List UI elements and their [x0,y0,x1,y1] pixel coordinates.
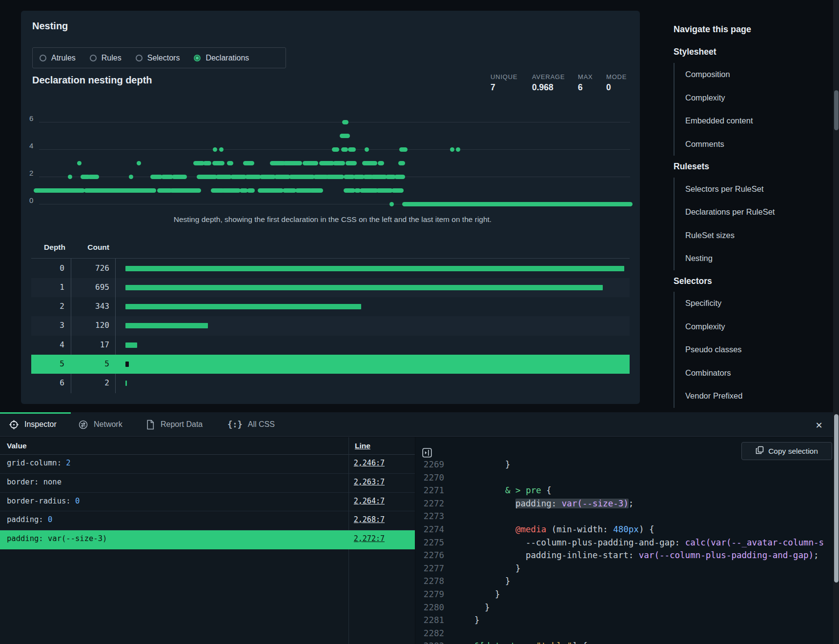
scatter-run-depth-3 [333,161,345,165]
line-link[interactable]: 2,268:7 [303,515,385,524]
declaration-text: border-radius: 0 [7,497,80,505]
tab-label: All CSS [248,420,275,429]
inspector-row[interactable]: padding: 02,268:7 [0,511,415,530]
tab-label: Network [94,420,123,429]
code-text: padding-inline-start: var(--column-plus-… [526,549,819,562]
table-row-depth-5[interactable]: 55 [31,355,630,374]
code-text: } [495,588,500,601]
line-link[interactable]: 2,272:7 [303,534,385,543]
sidebar-group: Selectors per RuleSetDeclarations per Ru… [674,178,836,270]
inspector-row[interactable]: border-radius: 02,264:7 [0,493,415,512]
code-text: } [474,614,480,627]
table-row-depth-3[interactable]: 3120 [31,316,630,335]
close-dock-button[interactable]: ✕ [812,419,826,432]
count-bar [125,381,127,386]
open-panel-icon[interactable] [422,448,432,458]
scatter-run-depth-3 [243,161,254,165]
y-axis-tick-label: 2 [29,169,47,177]
code-text: } [505,575,511,588]
stat-label: MODE [606,73,645,80]
sidebar-item-composition[interactable]: Composition [675,63,836,86]
stat-label: AVERAGE [532,73,571,80]
sidebar-item-specificity[interactable]: Specificity [675,292,836,315]
sidebar-item-comments[interactable]: Comments [675,133,836,156]
network-icon [78,420,88,430]
radio-option-rules[interactable]: Rules [90,54,122,62]
sidebar-item-complexity[interactable]: Complexity [675,315,836,339]
tab-inspector[interactable]: Inspector [9,412,57,437]
scatter-run-depth-2 [68,175,72,179]
table-row-depth-2[interactable]: 2343 [31,297,630,316]
sidebar-item-complexity[interactable]: Complexity [675,86,836,110]
code-line: 2279} [415,588,833,601]
radio-option-atrules[interactable]: Atrules [40,54,76,62]
tab-report-data[interactable]: Report Data [145,412,203,437]
depth-cell: 3 [31,321,64,330]
sidebar-item-combinators[interactable]: Combinators [675,362,836,385]
radio-unselected-icon [40,55,46,61]
page-scrollbar-thumb[interactable] [834,90,839,130]
line-number: 2271 [415,484,444,497]
scatter-run-depth-4 [213,147,217,152]
code-line: 2283&[data-type="table"] { [415,640,833,644]
table-row-depth-6[interactable]: 62 [31,374,630,393]
count-cell: 695 [68,282,109,292]
inspector-row[interactable]: padding: var(--size-3)2,272:7 [0,530,415,549]
declaration-text: border: none [7,478,61,486]
chart-caption: Nesting depth, showing the first declara… [35,215,630,224]
table-row-depth-0[interactable]: 0726 [31,259,630,278]
code-line: 2278} [415,575,833,588]
line-link[interactable]: 2,264:7 [303,497,385,505]
copy-icon [756,446,764,456]
code-line: 2280} [415,601,833,614]
count-bar [125,304,361,309]
page-scrollbar-track [833,0,839,412]
scatter-run-depth-2 [245,175,261,179]
code-line: 2274@media (min-width: 480px) { [415,523,833,536]
sidebar-item-declarations-per-ruleset[interactable]: Declarations per RuleSet [675,201,836,224]
scatter-run-depth-2 [216,175,232,179]
scatter-run-depth-3 [77,161,82,165]
scatter-run-depth-1 [170,188,201,193]
sidebar-item-ruleset-sizes[interactable]: RuleSet sizes [675,224,836,247]
radio-option-declarations[interactable]: Declarations [194,54,249,62]
line-link[interactable]: 2,246:7 [303,459,385,467]
sidebar-item-selectors-per-ruleset[interactable]: Selectors per RuleSet [675,178,836,201]
copy-selection-button[interactable]: Copy selection [741,442,832,460]
line-link[interactable]: 2,263:7 [303,478,385,486]
scatter-run-depth-3 [319,161,334,165]
code-line: 2275--column-plus-padding-and-gap: calc(… [415,536,833,549]
radio-option-label: Selectors [147,54,180,62]
sidebar-item-vendor-prefixed[interactable]: Vendor Prefixed [675,384,836,408]
sidebar-item-embedded-content[interactable]: Embedded content [675,109,836,133]
table-row-depth-1[interactable]: 1695 [31,278,630,297]
radio-option-selectors[interactable]: Selectors [136,54,180,62]
file-icon [145,420,155,430]
table-row-depth-4[interactable]: 417 [31,336,630,355]
sidebar-item-pseudo-classes[interactable]: Pseudo classes [675,338,836,362]
scatter-run-depth-3 [203,161,211,165]
chart-heading: Declaration nesting depth [32,75,152,86]
inspector-row[interactable]: grid-column: 22,246:7 [0,455,415,474]
scatter-run-depth-2 [129,175,133,179]
line-number: 2282 [415,627,444,640]
sidebar-item-nesting[interactable]: Nesting [675,247,836,270]
depth-cell: 2 [31,302,64,311]
tab-all-css[interactable]: {:}All CSS [227,412,275,437]
scatter-run-depth-2 [230,175,246,179]
scatter-run-depth-1 [34,188,85,193]
scatter-run-depth-2 [150,175,163,179]
scatter-run-depth-2 [88,175,99,179]
tab-network[interactable]: Network [78,412,123,437]
code-line: 2270 [415,471,833,484]
scatter-run-depth-2 [260,175,276,179]
sidebar-group: CompositionComplexityEmbedded contentCom… [674,63,836,156]
stat-value: 0.968 [532,82,571,93]
radio-option-label: Declarations [205,54,249,62]
scatter-run-depth-6 [342,120,348,124]
depth-cell: 4 [31,340,64,349]
inspector-header-line[interactable]: Line [355,442,370,450]
code-scrollbar-thumb[interactable] [834,414,839,583]
inspector-row[interactable]: border: none2,263:7 [0,474,415,493]
code-text: &[data-type="table"] { [474,640,588,644]
